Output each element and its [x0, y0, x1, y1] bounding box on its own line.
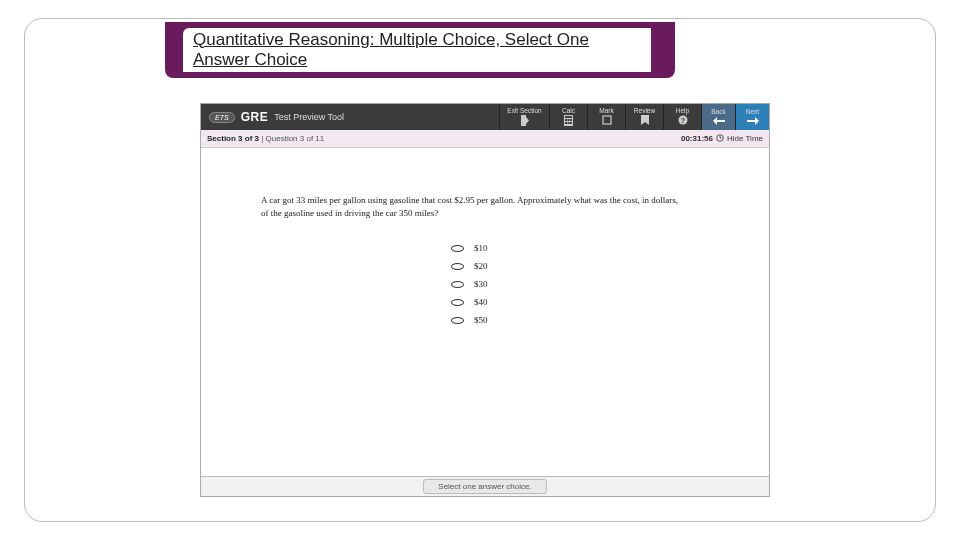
bookmark-icon [641, 115, 649, 128]
timer-area: 00:31:56 Hide Time [681, 134, 763, 144]
arrow-left-icon [713, 116, 725, 128]
svg-rect-5 [570, 119, 572, 121]
mark-button[interactable]: Mark [587, 104, 625, 130]
footer-bar: Select one answer choice. [201, 476, 769, 496]
radio-oval-icon [451, 317, 464, 324]
choice-label: $40 [474, 297, 488, 307]
exit-section-button[interactable]: Exit Section [499, 104, 549, 130]
gre-logo: GRE [241, 110, 269, 124]
svg-rect-9 [603, 116, 611, 124]
section-info: Section 3 of 3 | Question 3 of 11 [207, 134, 324, 143]
next-label: Next [746, 108, 759, 115]
calc-label: Calc [562, 107, 575, 114]
svg-rect-4 [568, 119, 570, 121]
tool-name: Test Preview Tool [274, 112, 344, 122]
radio-oval-icon [451, 263, 464, 270]
choices-list: $10 $20 $30 $40 $50 [451, 243, 709, 325]
timer-value: 00:31:56 [681, 134, 713, 143]
toolbar-buttons: Exit Section Calc Mark Review [499, 104, 769, 130]
question-content: A car got 33 miles per gallon using gaso… [201, 148, 769, 476]
svg-rect-6 [565, 122, 567, 124]
svg-text:?: ? [680, 117, 684, 124]
app-toolbar: ETS GRE Test Preview Tool Exit Section C… [201, 104, 769, 130]
radio-oval-icon [451, 245, 464, 252]
svg-rect-0 [521, 115, 526, 126]
slide-title: Quantitative Reasoning: Multiple Choice,… [183, 28, 651, 73]
choice-label: $20 [474, 261, 488, 271]
brand-area: ETS GRE Test Preview Tool [201, 104, 499, 130]
section-label: Section 3 of 3 [207, 134, 259, 143]
choice-option[interactable]: $30 [451, 279, 709, 289]
section-bar: Section 3 of 3 | Question 3 of 11 00:31:… [201, 130, 769, 148]
choice-label: $10 [474, 243, 488, 253]
instruction-pill: Select one answer choice. [423, 479, 546, 494]
mark-label: Mark [599, 107, 613, 114]
back-button[interactable]: Back [701, 104, 735, 130]
choice-label: $30 [474, 279, 488, 289]
clock-icon [716, 134, 724, 144]
exit-icon [520, 115, 529, 129]
choice-option[interactable]: $20 [451, 261, 709, 271]
review-label: Review [634, 107, 655, 114]
question-text: A car got 33 miles per gallon using gaso… [261, 194, 681, 219]
arrow-right-icon [747, 116, 759, 128]
exit-label: Exit Section [507, 107, 541, 114]
help-icon: ? [678, 115, 688, 128]
choice-label: $50 [474, 315, 488, 325]
radio-oval-icon [451, 281, 464, 288]
svg-rect-8 [570, 122, 572, 124]
svg-rect-3 [565, 119, 567, 121]
svg-rect-2 [565, 116, 572, 118]
hide-time-link[interactable]: Hide Time [727, 134, 763, 143]
calculator-icon [564, 115, 573, 129]
help-button[interactable]: Help ? [663, 104, 701, 130]
question-label: Question 3 of 11 [266, 134, 325, 143]
calc-button[interactable]: Calc [549, 104, 587, 130]
radio-oval-icon [451, 299, 464, 306]
next-button[interactable]: Next [735, 104, 769, 130]
help-label: Help [676, 107, 689, 114]
svg-rect-7 [568, 122, 570, 124]
app-window: ETS GRE Test Preview Tool Exit Section C… [200, 103, 770, 497]
choice-option[interactable]: $50 [451, 315, 709, 325]
choice-option[interactable]: $40 [451, 297, 709, 307]
ets-logo: ETS [209, 112, 235, 123]
back-label: Back [711, 108, 725, 115]
title-banner: Quantitative Reasoning: Multiple Choice,… [165, 22, 675, 78]
mark-icon [602, 115, 612, 128]
choice-option[interactable]: $10 [451, 243, 709, 253]
review-button[interactable]: Review [625, 104, 663, 130]
